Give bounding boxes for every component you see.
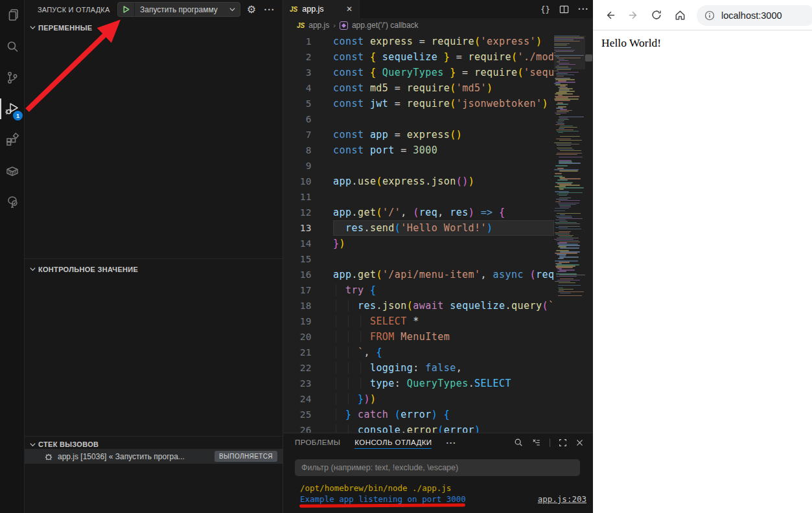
code-lines[interactable]: 1const express = require('express')2cons… — [283, 34, 554, 433]
code-line[interactable]: 19│ │ │ SELECT * — [283, 314, 554, 329]
activity-bar: 1 — [0, 0, 25, 513]
watch-section-header[interactable]: КОНТРОЛЬНОЕ ЗНАЧЕНИЕ — [25, 258, 283, 275]
start-debugging-button[interactable] — [118, 3, 135, 16]
panel-more-tabs-icon[interactable]: ··· — [446, 438, 456, 448]
chevron-down-icon — [29, 24, 36, 31]
source-control-icon[interactable] — [0, 62, 25, 93]
minimap[interactable] — [554, 36, 585, 297]
code-line[interactable]: 21│ │ `, { — [283, 345, 554, 360]
divider — [550, 439, 550, 447]
debug-console-output[interactable]: /opt/homebrew/bin/node ./app.jsExample a… — [300, 483, 586, 505]
run-and-debug-icon[interactable]: 1 — [0, 93, 25, 124]
brackets-icon[interactable]: {} — [540, 5, 550, 14]
close-panel-icon[interactable] — [575, 439, 584, 447]
code-line[interactable]: 13│ res.send('Hello World!') — [283, 220, 554, 236]
code-line[interactable]: 12app.get('/', (req, res) => { — [283, 205, 554, 220]
chevron-down-icon — [224, 6, 240, 13]
callstack-session-row[interactable]: app.js [15036] « Запустить програ... ВЫП… — [25, 449, 283, 464]
page-hello-world-text: Hello World! — [601, 36, 812, 50]
breadcrumb-file[interactable]: app.js — [308, 21, 329, 30]
search-icon[interactable] — [0, 31, 25, 62]
code-area[interactable]: 1const express = require('express')2cons… — [283, 32, 593, 433]
code-line[interactable]: 1const express = require('express') — [283, 34, 554, 49]
code-line[interactable]: 16app.get('/api/menu-item', async (req, … — [283, 267, 554, 282]
bug-icon — [44, 452, 53, 461]
callstack-section-header[interactable]: СТЕК ВЫЗОВОВ — [25, 436, 283, 450]
run-config-dropdown[interactable]: Запустить программу — [117, 2, 240, 17]
breadcrumb-symbol[interactable]: app.get('/') callback — [352, 21, 419, 30]
code-line[interactable]: 10app.use(express.json()) — [283, 174, 554, 189]
home-icon[interactable] — [673, 8, 686, 21]
code-line[interactable]: 17│ try { — [283, 282, 554, 298]
panel-actions — [514, 433, 584, 451]
watch-section-label: КОНТРОЛЬНОЕ ЗНАЧЕНИЕ — [38, 266, 138, 273]
callstack-section-label: СТЕК ВЫЗОВОВ — [38, 440, 99, 448]
code-line[interactable]: 7const app = express() — [283, 127, 554, 142]
extensions-icon[interactable] — [0, 124, 25, 155]
callstack-session-label: app.js [15036] « Запустить програ... — [58, 452, 210, 461]
breadcrumb[interactable]: JS app.js › app.get('/') callback — [283, 18, 593, 32]
code-line[interactable]: 24│ │ })) — [283, 391, 554, 407]
reload-icon[interactable] — [650, 8, 663, 21]
code-line[interactable]: 20│ │ │ FROM MenuItem — [283, 329, 554, 345]
browser-window: localhost:3000 Hello World! — [593, 0, 812, 513]
bottom-panel: ПРОБЛЕМЫ КОНСОЛЬ ОТЛАДКИ ··· /opt/homebr… — [283, 433, 593, 513]
files-icon[interactable] — [0, 0, 25, 31]
code-line[interactable]: 4const md5 = require('md5') — [283, 80, 554, 96]
more-actions-icon[interactable]: ··· — [262, 2, 277, 17]
debug-badge: 1 — [13, 111, 23, 120]
maximize-panel-icon[interactable] — [559, 439, 567, 447]
close-tab-icon[interactable]: ✕ — [346, 5, 353, 14]
search-icon[interactable] — [514, 438, 523, 447]
screenshot-root: 1 ЗАПУСК И ОТЛАДКА — [0, 0, 812, 513]
code-line[interactable]: 15 — [283, 251, 554, 267]
console-output-text: /opt/homebrew/bin/node ./app.js — [300, 483, 451, 494]
chevron-down-icon — [29, 266, 36, 273]
run-config-label: Запустить программу — [135, 5, 224, 14]
symbol-method-icon — [340, 21, 348, 30]
code-line[interactable]: 25│ } catch (error) { — [283, 407, 554, 422]
url-text[interactable]: localhost:3000 — [721, 10, 782, 21]
variables-section-label: ПЕРЕМЕННЫЕ — [38, 24, 92, 32]
editor-scrollbar[interactable] — [585, 54, 592, 62]
back-icon[interactable] — [603, 8, 616, 21]
editor-actions: {} ··· — [540, 0, 589, 18]
todo-tree-icon[interactable] — [0, 187, 25, 218]
variables-section-header[interactable]: ПЕРЕМЕННЫЕ — [25, 21, 283, 34]
code-line[interactable]: 22│ │ │ logging: false, — [283, 360, 554, 376]
code-line[interactable]: 23│ │ │ type: QueryTypes.SELECT — [283, 376, 554, 391]
running-status-badge: ВЫПОЛНЯЕТСЯ — [215, 451, 277, 462]
code-line[interactable]: 5const jwt = require('jsonwebtoken') — [283, 96, 554, 111]
run-debug-sidebar: ЗАПУСК И ОТЛАДКА Запустить программу ⚙ ·… — [25, 0, 283, 513]
tab-debug-console[interactable]: КОНСОЛЬ ОТЛАДКИ — [354, 433, 432, 451]
breadcrumb-separator: › — [333, 21, 336, 29]
code-line[interactable]: 14}) — [283, 236, 554, 251]
code-line[interactable]: 8const port = 3000 — [283, 142, 554, 158]
editor-more-actions-icon[interactable]: ··· — [578, 2, 589, 17]
tab-problems[interactable]: ПРОБЛЕМЫ — [295, 433, 340, 451]
code-line[interactable]: 26│ │ console.error(error) — [283, 422, 554, 433]
sidebar-title: ЗАПУСК И ОТЛАДКА — [38, 6, 110, 14]
javascript-file-icon: JS — [297, 22, 305, 29]
site-info-icon[interactable] — [704, 10, 715, 21]
address-bar[interactable]: localhost:3000 — [697, 5, 812, 26]
code-line[interactable]: 9 — [283, 158, 554, 174]
code-line[interactable]: 3const { QueryTypes } = require('sequeli… — [283, 65, 554, 80]
debug-console-filter-input[interactable] — [295, 459, 580, 476]
chevron-down-icon — [29, 441, 36, 448]
split-editor-icon[interactable] — [559, 5, 569, 14]
forward-icon[interactable] — [627, 8, 640, 21]
panel-tabs: ПРОБЛЕМЫ КОНСОЛЬ ОТЛАДКИ ··· — [295, 433, 456, 451]
code-line[interactable]: 11 — [283, 189, 554, 205]
console-source-link[interactable]: app.js:203 — [538, 494, 586, 505]
code-line[interactable]: 6 — [283, 111, 554, 127]
tab-app-js[interactable]: JS app.js ✕ — [283, 0, 360, 18]
container-icon[interactable] — [0, 155, 25, 187]
code-line[interactable]: 2const { sequelize } = require('./models… — [283, 49, 554, 65]
clear-console-icon[interactable] — [531, 438, 541, 447]
gear-icon[interactable]: ⚙ — [244, 2, 259, 17]
console-output-row: /opt/homebrew/bin/node ./app.js — [300, 483, 586, 494]
code-line[interactable]: 18│ │ res.json(await sequelize.query(` — [283, 298, 554, 314]
browser-page: Hello World! — [593, 30, 812, 513]
play-icon — [122, 5, 130, 14]
